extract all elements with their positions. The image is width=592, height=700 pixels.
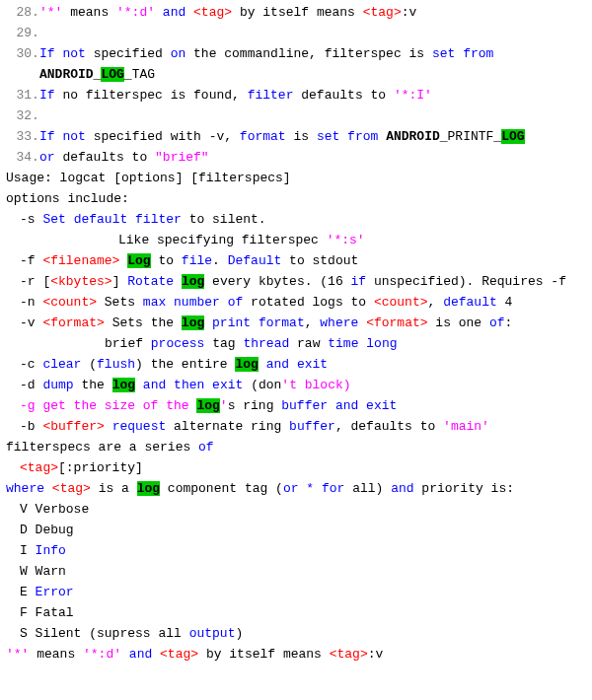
token-plain: is a	[91, 481, 137, 496]
token-plain: Like specifying filterspec	[118, 233, 327, 247]
token-kw: filter	[248, 88, 294, 103]
token-kw: Rotate	[127, 274, 174, 289]
token-kw: time	[328, 336, 358, 351]
text-line: -r [<kbytes>] Rotate log every kbytes. (…	[6, 271, 586, 292]
token-tag: <tag>	[330, 647, 368, 662]
token-tag: <tag>	[160, 647, 198, 662]
token-kw: filter	[135, 212, 182, 227]
token-str: '*'	[39, 5, 62, 20]
token-plain	[251, 315, 259, 330]
token-kw: and	[391, 481, 413, 496]
line-dot: .	[32, 23, 39, 43]
token-tag: <format>	[366, 315, 427, 330]
token-plain: D Debug	[20, 523, 74, 537]
token-plain	[328, 398, 335, 413]
token-plain: )	[235, 626, 243, 641]
line-dot: .	[32, 2, 39, 23]
text-line: where <tag> is a log component tag (or *…	[6, 478, 586, 499]
token-plain	[358, 398, 366, 413]
token-kw: Default	[228, 253, 282, 268]
line-dot: .	[32, 126, 39, 147]
token-plain	[166, 295, 174, 310]
token-plain: every kbytes. (16	[204, 274, 350, 289]
text-line: filterspecs are a series of	[6, 437, 586, 457]
token-plain: filterspecs are a series	[6, 440, 198, 455]
token-kw: or	[39, 150, 55, 165]
text-line: D Debug	[6, 520, 586, 540]
token-plain	[66, 212, 74, 227]
token-kw: and	[143, 378, 166, 392]
line-body: If not specified with -v, format is set …	[39, 126, 586, 147]
line-body: '*' means '*:d' and <tag> by itself mean…	[39, 2, 586, 23]
token-kw: not	[62, 129, 85, 144]
line-body	[39, 105, 586, 126]
token-plain: :v	[368, 647, 384, 662]
token-str: '*:d'	[116, 5, 155, 20]
token-kw: then	[174, 378, 204, 392]
token-plain: ,	[428, 295, 444, 310]
token-str: '*'	[6, 647, 29, 662]
token-plain: V Verbose	[20, 502, 89, 517]
token-plain: the commandline, filterspec is	[185, 46, 432, 61]
token-hi: log	[112, 378, 135, 392]
token-plain: Sets the	[105, 315, 182, 330]
token-plain: (don	[243, 378, 281, 392]
token-kw: Error	[36, 585, 74, 599]
token-plain	[314, 481, 322, 496]
token-plain	[105, 419, 112, 434]
line-number: 31	[6, 85, 32, 105]
token-kw: Set	[42, 212, 65, 227]
text-line: -b <buffer> request alternate ring buffe…	[6, 416, 586, 437]
token-hi: LOG	[101, 67, 123, 82]
text-line: -f <filename> Log to file. Default to st…	[6, 250, 586, 271]
token-plain: -b	[20, 419, 42, 434]
text-line: -g get the size of the log's ring buffer…	[6, 395, 586, 416]
text-line: -s Set default filter to silent.	[6, 209, 586, 230]
token-plain: means	[62, 5, 116, 20]
token-plain: specified with -v,	[86, 129, 240, 144]
token-plain: the	[74, 378, 112, 392]
token-kw: and	[163, 5, 185, 20]
token-hi: log	[235, 357, 258, 372]
token-plain	[155, 5, 163, 20]
token-plain: W Warn	[20, 564, 66, 579]
token-kw: not	[62, 46, 85, 61]
code-line: 33.If not specified with -v, format is s…	[6, 126, 586, 147]
text-line: '*' means '*:d' and <tag> by itself mean…	[6, 644, 586, 665]
token-tag: <tag>	[20, 460, 58, 475]
token-kw: if	[351, 274, 367, 289]
token-plain: priority is:	[414, 481, 514, 496]
token-plain	[135, 378, 143, 392]
token-plain: I	[20, 543, 36, 558]
token-kw: dump	[42, 378, 73, 392]
token-kw: of	[198, 440, 214, 455]
token-kw: default	[443, 295, 497, 310]
text-line: -d dump the log and then exit (don't blo…	[6, 375, 586, 395]
token-kw: exit	[212, 378, 243, 392]
token-kw: If	[39, 88, 55, 103]
token-plain: is	[286, 129, 317, 144]
text-line: -n <count> Sets max number of rotated lo…	[6, 292, 586, 313]
text-line: Usage: logcat [options] [filterspecs]	[6, 168, 586, 188]
token-kw: format	[259, 315, 305, 330]
token-str: '*:d'	[83, 647, 121, 662]
token-b: ANDROID_	[39, 67, 101, 82]
token-plain: no filterspec is found,	[55, 88, 248, 103]
token-kw: max	[143, 295, 166, 310]
token-tag: <buffer>	[42, 419, 104, 434]
token-plain: TAG	[132, 67, 155, 82]
token-str: '*:s'	[327, 233, 365, 247]
code-line: 32.	[6, 105, 586, 126]
token-plain: -f	[20, 253, 42, 268]
text-line: options include:	[6, 188, 586, 209]
token-kw: flush	[97, 357, 135, 372]
token-plain	[259, 357, 266, 372]
token-str: '	[220, 398, 228, 413]
token-kw: format	[240, 129, 286, 144]
token-plain: Usage: logcat [options] [filterspecs]	[6, 171, 291, 185]
token-plain: all)	[344, 481, 391, 496]
text-line: F Fatal	[6, 602, 586, 623]
line-number: 33	[6, 126, 32, 147]
token-plain	[44, 481, 52, 496]
token-plain: -s	[20, 212, 42, 227]
